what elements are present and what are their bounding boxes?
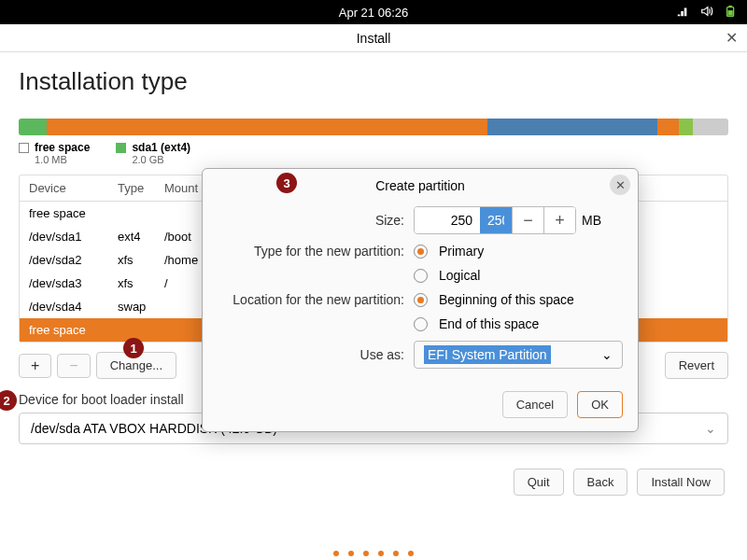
volume-icon[interactable] bbox=[700, 5, 713, 21]
dialog-title: Create partition ✕ bbox=[203, 169, 638, 203]
footer-buttons: Quit Back Install Now bbox=[19, 469, 728, 496]
install-now-button[interactable]: Install Now bbox=[637, 469, 725, 496]
network-icon[interactable] bbox=[676, 5, 689, 21]
radio-beginning[interactable] bbox=[414, 293, 428, 307]
page-title: Installation type bbox=[19, 67, 728, 96]
radio-logical[interactable] bbox=[414, 269, 428, 283]
size-label: Size: bbox=[218, 213, 414, 228]
close-icon[interactable]: ✕ bbox=[610, 175, 630, 195]
cancel-button[interactable]: Cancel bbox=[502, 391, 568, 418]
legend-sda1: sda1 (ext4) 2.0 GB bbox=[116, 141, 190, 165]
window-title: Install bbox=[357, 31, 391, 46]
disk-legend: free space 1.0 MB sda1 (ext4) 2.0 GB bbox=[19, 141, 728, 165]
size-unit: MB bbox=[582, 213, 601, 228]
back-button[interactable]: Back bbox=[573, 469, 628, 496]
decrement-button[interactable]: − bbox=[512, 207, 543, 233]
ok-button[interactable]: OK bbox=[577, 391, 623, 418]
increment-button[interactable]: + bbox=[543, 207, 575, 233]
clock-text: Apr 21 06:26 bbox=[339, 6, 408, 20]
chevron-down-icon: ⌄ bbox=[705, 421, 716, 436]
radio-primary[interactable] bbox=[414, 245, 428, 259]
radio-end[interactable] bbox=[414, 317, 428, 331]
remove-partition-button[interactable]: − bbox=[57, 354, 90, 378]
disk-usage-bar bbox=[19, 119, 728, 135]
quit-button[interactable]: Quit bbox=[514, 469, 564, 496]
type-label: Type for the new partition: bbox=[218, 244, 414, 259]
svg-rect-2 bbox=[728, 10, 733, 15]
system-topbar: Apr 21 06:26 bbox=[0, 0, 747, 24]
size-spinner: − + bbox=[414, 206, 576, 234]
system-tray bbox=[676, 5, 738, 21]
use-as-select[interactable]: EFI System Partition ⌄ bbox=[414, 341, 623, 369]
use-as-label: Use as: bbox=[218, 347, 414, 362]
chevron-down-icon: ⌄ bbox=[601, 347, 613, 362]
svg-rect-1 bbox=[728, 5, 732, 7]
battery-icon[interactable] bbox=[725, 5, 738, 21]
pager-dots bbox=[333, 551, 414, 556]
legend-free-space: free space 1.0 MB bbox=[19, 141, 90, 165]
create-partition-dialog: Create partition ✕ Size: − + MB Type for… bbox=[202, 168, 639, 432]
location-label: Location for the new partition: bbox=[218, 292, 414, 307]
annotation-3: 3 bbox=[276, 173, 297, 193]
size-input[interactable] bbox=[415, 207, 480, 233]
annotation-1: 1 bbox=[123, 338, 144, 358]
add-partition-button[interactable]: + bbox=[19, 354, 51, 378]
window-titlebar: Install ✕ bbox=[0, 24, 747, 52]
close-icon[interactable]: ✕ bbox=[726, 29, 738, 47]
size-input-selected[interactable] bbox=[480, 207, 512, 233]
revert-button[interactable]: Revert bbox=[665, 352, 728, 379]
